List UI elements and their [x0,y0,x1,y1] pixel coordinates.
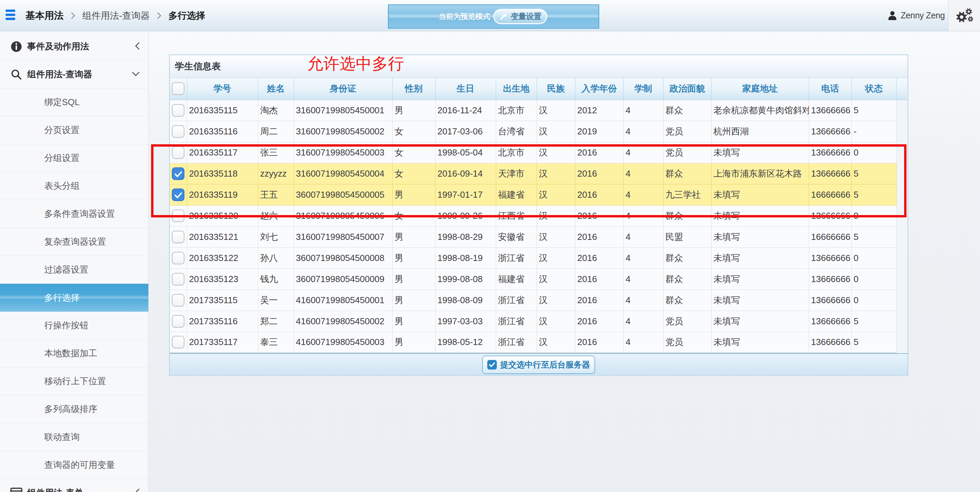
sidebar-item-9[interactable]: 多行选择 [0,284,148,312]
table-cell: 汉 [537,247,575,269]
sidebar-item-16[interactable]: 组件用法-表单 [0,479,148,492]
table-cell: 416007199805450001 [294,290,392,310]
table-row[interactable]: 2016335119王五360071998054500005男1997-01-1… [170,184,907,205]
table-cell: 16666666 [809,184,851,205]
table-cell: 天津市 [496,163,537,184]
sidebar-item-label: 复杂查询器设置 [44,236,106,248]
chevron-left-icon [135,41,140,52]
form-icon [10,487,22,492]
table-cell: 女 [392,142,435,163]
row-checkbox[interactable] [172,252,185,264]
select-all-checkbox[interactable] [172,82,185,95]
row-checkbox-cell [170,184,187,205]
table-row[interactable]: 2016335123钱九360071998054500009男1999-08-0… [170,269,907,290]
row-checkbox-cell [170,100,187,121]
row-checkbox[interactable] [172,146,185,159]
table-cell: 2012 [575,100,624,121]
submit-selected-button[interactable]: 提交选中行至后台服务器 [482,355,595,374]
sidebar-item-8[interactable]: 过滤器设置 [0,256,148,284]
sidebar-item-0[interactable]: 事件及动作用法 [0,33,148,61]
row-checkbox-cell [170,269,187,290]
variable-settings-button[interactable]: 变量设置 [493,9,547,24]
table-cell: 2017335115 [187,290,258,310]
table-cell: 5 [851,163,896,184]
table-cell: 刘七 [258,226,294,247]
row-checkbox[interactable] [172,125,185,138]
sidebar-item-label: 事件及动作用法 [27,40,89,53]
table-cell: 4 [624,142,663,163]
row-checkbox[interactable] [172,231,185,243]
user-menu[interactable]: Zenny Zeng [888,0,945,31]
sidebar-item-2[interactable]: 绑定SQL [0,88,148,116]
sidebar-item-6[interactable]: 多条件查询器设置 [0,200,148,228]
row-checkbox[interactable] [172,315,185,328]
sidebar-item-label: 联动查询 [44,431,80,443]
row-checkbox-cell [170,332,187,353]
table-cell: 浙江省 [496,247,537,269]
table-cell: 男 [392,226,435,247]
menu-icon[interactable] [5,10,16,22]
table-cell: 安徽省 [496,226,537,247]
table-cell: 2016 [575,226,624,247]
breadcrumb-section[interactable]: 组件用法-查询器 [82,10,150,22]
table-row[interactable]: 2016335121刘七316007199805450007男1998-08-2… [170,226,907,247]
sidebar-item-1[interactable]: 组件用法-查询器 [0,61,148,88]
sidebar-item-3[interactable]: 分页设置 [0,116,148,144]
column-header: 状态 [851,78,896,100]
sidebar-item-7[interactable]: 复杂查询器设置 [0,228,148,256]
table-cell: 1998-08-29 [435,226,496,247]
settings-button[interactable] [948,0,980,31]
table-cell: 4 [624,163,663,184]
table-cell: 汉 [537,269,575,290]
table-row[interactable]: 2017335115吴一416007199805450001男1998-08-0… [170,290,907,310]
row-checkbox[interactable] [172,104,185,117]
sidebar-item-14[interactable]: 联动查询 [0,423,148,451]
cogs-icon [955,8,974,24]
breadcrumb-root[interactable]: 基本用法 [25,9,64,22]
table-row[interactable]: 2016335117张三316007199805450003女1998-05-0… [170,142,907,163]
table-cell: 淘杰 [258,100,294,121]
sidebar-item-label: 表头分组 [44,180,80,192]
sidebar-item-label: 多条件查询器设置 [44,208,115,220]
table-cell: 316007199805450007 [294,226,392,247]
sidebar-item-10[interactable]: 行操作按钮 [0,312,148,339]
sidebar-item-4[interactable]: 分组设置 [0,144,148,172]
breadcrumb: 基本用法 组件用法-查询器 多行选择 [25,0,205,31]
sidebar-item-12[interactable]: 移动行上下位置 [0,368,148,395]
row-checkbox[interactable] [172,336,185,349]
table-cell: 1998-08-19 [435,247,496,269]
table-row[interactable]: 2017335117泰三416007199805450003男1998-05-1… [170,332,907,353]
table-cell: 老余杭凉都黄牛肉馆斜对面 [711,100,809,121]
sidebar-item-5[interactable]: 表头分组 [0,172,148,200]
table-cell: 女 [392,121,435,142]
table-cell: 2016 [575,142,624,163]
sidebar-item-11[interactable]: 本地数据加工 [0,339,148,368]
row-checkbox[interactable] [172,188,185,201]
row-checkbox[interactable] [172,273,185,285]
table-cell: 孙八 [258,247,294,269]
table-cell: 北京市 [496,100,537,121]
table-cell: 男 [392,269,435,290]
sidebar-item-13[interactable]: 多列高级排序 [0,395,148,423]
table-cell: 13666666 [809,290,851,310]
row-checkbox-cell [170,121,187,142]
scrollbar-gutter-header [896,78,907,100]
row-checkbox[interactable] [172,167,185,180]
table-row[interactable]: 2016335120赵六316007199805450006女1999-09-2… [170,205,907,226]
row-checkbox[interactable] [172,210,185,222]
table-cell: 吴一 [258,290,294,310]
table-row[interactable]: 2016335122孙八360071998054500008男1998-08-1… [170,247,907,269]
scrollbar-gutter-cell [896,163,907,184]
table-row[interactable]: 2016335116周二316007199805450002女2017-03-0… [170,121,907,142]
table-cell: 316007199805450004 [294,163,392,184]
wrench-icon [499,13,508,21]
row-checkbox[interactable] [172,294,185,307]
table-row[interactable]: 2016335115淘杰316007199805450001男2016-11-2… [170,100,907,121]
table-row[interactable]: 2017335116郑二416007199805450002男1997-03-0… [170,310,907,332]
table-cell: 周二 [258,121,294,142]
table-cell: 群众 [663,290,711,310]
table-cell: 4 [624,269,663,290]
sidebar-item-15[interactable]: 查询器的可用变量 [0,451,148,479]
row-checkbox-cell [170,163,187,184]
table-row[interactable]: 2016335118zzyyzz316007199805450004女2016-… [170,163,907,184]
